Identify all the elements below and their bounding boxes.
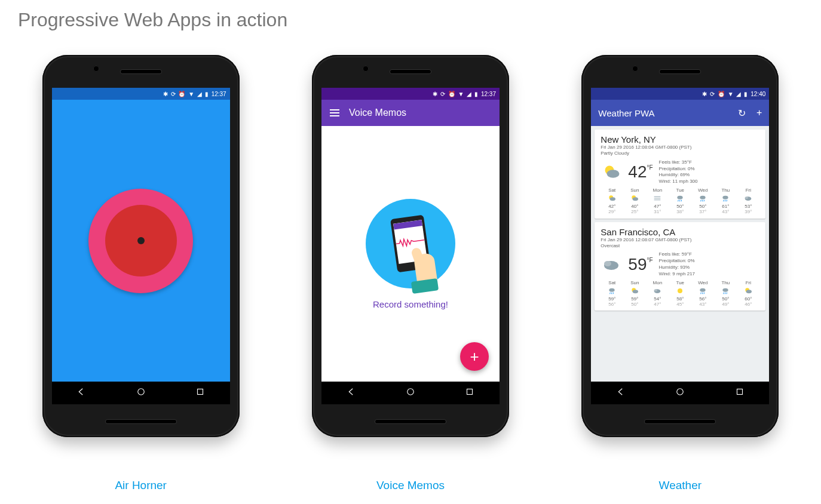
home-button[interactable] — [675, 386, 685, 399]
current-temp: 59°F — [628, 255, 652, 274]
status-bar: ✱ ⟳ ⏰ ▼ ◢ ▮ 12:40 — [591, 88, 769, 100]
menu-icon[interactable] — [330, 109, 339, 116]
status-icons: ✱ ⟳ ⏰ ▼ ◢ ▮ — [702, 91, 748, 97]
svg-line-41 — [704, 292, 704, 294]
svg-point-37 — [678, 288, 682, 293]
forecast-day: Thu 50° 49° — [714, 280, 737, 308]
svg-line-16 — [681, 200, 682, 202]
svg-line-15 — [680, 200, 681, 202]
city-name: New York, NY — [601, 134, 759, 145]
svg-point-9 — [633, 197, 638, 201]
status-time: 12:40 — [750, 91, 765, 97]
home-button[interactable] — [136, 386, 146, 399]
weather-icon — [607, 286, 617, 296]
status-bar: ✱ ⟳ ⏰ ▼ ◢ ▮ 12:37 — [52, 88, 230, 100]
weather-icon — [721, 193, 730, 203]
weather-card[interactable]: New York, NY Fri Jan 29 2016 12:08:04 GM… — [595, 130, 765, 219]
forecast-day: Tue 50° 38° — [669, 188, 691, 215]
svg-point-26 — [745, 196, 748, 199]
recents-button[interactable] — [734, 386, 745, 399]
weather-title: Weather PWA — [598, 108, 654, 118]
recents-button[interactable] — [195, 386, 206, 399]
android-nav-bar — [52, 382, 230, 404]
svg-point-2 — [408, 389, 414, 395]
svg-point-17 — [700, 196, 706, 199]
weather-appbar: Weather PWA ↻ + — [591, 100, 769, 126]
weather-icon — [652, 193, 662, 203]
weather-icon — [743, 193, 753, 203]
forecast-row: Sat 42° 29° Sun 40° 25° Mon 47° 31° Tue … — [601, 188, 759, 215]
forecast-day: Mon 47° 31° — [646, 188, 669, 215]
back-button[interactable] — [615, 386, 626, 399]
svg-line-24 — [727, 200, 727, 202]
svg-rect-1 — [197, 389, 203, 395]
forecast-row: Sat 59° 56° Sun 59° 50° Mon 54° 47° Tue … — [601, 280, 759, 308]
svg-line-44 — [725, 292, 726, 294]
refresh-icon[interactable]: ↻ — [738, 107, 746, 119]
status-time: 12:37 — [481, 91, 496, 97]
timestamp: Fri Jan 29 2016 12:08:07 GMT-0800 (PST)O… — [601, 237, 759, 250]
status-icons: ✱ ⟳ ⏰ ▼ ◢ ▮ — [433, 91, 479, 97]
back-button[interactable] — [76, 386, 87, 399]
svg-line-22 — [724, 200, 724, 202]
svg-line-19 — [703, 200, 703, 202]
weather-icon — [698, 193, 707, 203]
svg-rect-3 — [467, 389, 473, 395]
phone-frame: ✱ ⟳ ⏰ ▼ ◢ ▮ 12:40 Weather PWA ↻ + New Yo… — [581, 55, 779, 437]
forecast-day: Fri 53° 39° — [737, 188, 759, 215]
svg-line-14 — [678, 200, 679, 202]
svg-line-30 — [610, 292, 611, 294]
svg-line-18 — [701, 200, 701, 202]
voicememos-column: ✱ ⟳ ⏰ ▼ ◢ ▮ 12:37 Voice Memos — [287, 55, 533, 492]
home-button[interactable] — [405, 386, 416, 399]
add-icon[interactable]: + — [756, 107, 762, 119]
svg-point-36 — [654, 289, 657, 291]
phone-frame: ✱ ⟳ ⏰ ▼ ◢ ▮ 12:37 Voice Memos — [312, 55, 509, 437]
weather-icon — [743, 286, 753, 296]
forecast-day: Wed 50° 37° — [691, 188, 714, 215]
voicememos-appbar: Voice Memos — [321, 100, 500, 126]
svg-line-39 — [701, 292, 701, 294]
weather-icon — [675, 286, 685, 296]
weather-icon — [652, 286, 662, 296]
svg-point-5 — [607, 170, 620, 179]
svg-point-28 — [604, 261, 611, 266]
status-bar: ✱ ⟳ ⏰ ▼ ◢ ▮ 12:37 — [321, 88, 500, 100]
svg-rect-49 — [737, 389, 742, 395]
phone-frame: ✱ ⟳ ⏰ ▼ ◢ ▮ 12:37 — [42, 55, 240, 437]
current-details: Feels like: 35°F Precipitation: 0% Humid… — [659, 159, 698, 185]
android-nav-bar — [591, 382, 769, 404]
svg-line-40 — [703, 292, 703, 294]
current-details: Feels like: 59°F Precipitation: 0% Humid… — [659, 251, 695, 277]
svg-point-34 — [633, 290, 638, 293]
weather-card[interactable]: San Francisco, CA Fri Jan 29 2016 12:08:… — [595, 222, 765, 311]
status-icons: ✱ ⟳ ⏰ ▼ ◢ ▮ — [163, 91, 209, 97]
record-fab[interactable]: + — [460, 342, 489, 371]
back-button[interactable] — [346, 386, 357, 399]
recents-button[interactable] — [464, 386, 475, 399]
weather-link[interactable]: Weather — [659, 479, 701, 491]
svg-line-43 — [724, 292, 724, 294]
forecast-day: Thu 61° 43° — [714, 188, 737, 215]
forecast-day: Sun 59° 50° — [623, 280, 646, 308]
svg-point-0 — [137, 389, 144, 395]
weather-icon — [607, 193, 617, 203]
forecast-day: Wed 56° 43° — [691, 280, 714, 308]
svg-line-23 — [725, 200, 726, 202]
current-weather-icon — [601, 161, 622, 183]
weather-column: ✱ ⟳ ⏰ ▼ ◢ ▮ 12:40 Weather PWA ↻ + New Yo… — [557, 55, 803, 492]
svg-point-47 — [746, 290, 752, 293]
forecast-day: Sat 42° 29° — [601, 188, 623, 215]
forecast-day: Sat 59° 56° — [601, 280, 623, 308]
svg-point-21 — [723, 196, 728, 199]
svg-point-7 — [610, 197, 615, 201]
weather-icon — [698, 286, 707, 296]
airhorner-link[interactable]: Air Horner — [115, 479, 167, 491]
page-title: Progressive Web Apps in action — [18, 9, 803, 31]
voicememos-link[interactable]: Voice Memos — [376, 479, 445, 491]
svg-point-48 — [677, 389, 684, 395]
weather-icon — [630, 193, 639, 203]
status-time: 12:37 — [212, 91, 226, 97]
current-weather-icon — [601, 254, 622, 275]
airhorner-button[interactable] — [88, 189, 193, 293]
